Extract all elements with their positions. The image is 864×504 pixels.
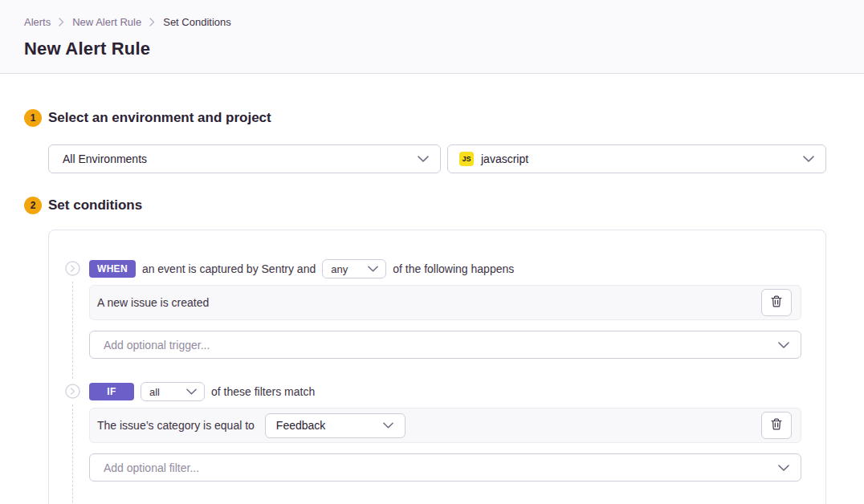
breadcrumb: Alerts New Alert Rule Set Conditions bbox=[24, 16, 840, 28]
chevron-right-icon bbox=[59, 18, 64, 26]
when-handle-column bbox=[65, 259, 89, 382]
breadcrumb-alerts[interactable]: Alerts bbox=[24, 16, 51, 28]
page-title: New Alert Rule bbox=[24, 39, 840, 59]
environment-select-value: All Environments bbox=[63, 152, 147, 165]
when-badge: WHEN bbox=[89, 260, 136, 278]
when-match-value: any bbox=[331, 263, 348, 275]
chevron-down-icon bbox=[186, 388, 197, 395]
circle-chevron-right-icon bbox=[65, 384, 80, 399]
if-match-value: all bbox=[149, 386, 160, 398]
chevron-down-icon bbox=[803, 156, 814, 162]
if-condition-group: IF all of these filters match The issue’… bbox=[65, 382, 801, 504]
delete-filter-button[interactable] bbox=[761, 412, 792, 439]
trigger-row: A new issue is created bbox=[89, 285, 801, 320]
trigger-row-label: A new issue is created bbox=[97, 296, 209, 309]
chevron-right-icon bbox=[149, 18, 155, 26]
step-1-heading: 1 Select an environment and project bbox=[24, 109, 826, 127]
step-2-number-badge: 2 bbox=[24, 197, 42, 214]
if-text-after: of these filters match bbox=[211, 385, 315, 398]
add-trigger-select[interactable]: Add optional trigger... bbox=[89, 331, 801, 359]
connector-dashed-line bbox=[72, 282, 73, 379]
chevron-down-icon bbox=[368, 266, 378, 272]
when-text-before: an event is captured by Sentry and bbox=[142, 262, 316, 275]
if-match-select[interactable]: all bbox=[141, 382, 205, 401]
filter-row-label: The issue’s category is equal to bbox=[97, 419, 255, 432]
chevron-down-icon bbox=[383, 422, 393, 429]
trash-icon bbox=[771, 418, 782, 433]
when-match-select[interactable]: any bbox=[322, 259, 386, 278]
project-select[interactable]: JS javascript bbox=[447, 144, 826, 173]
delete-trigger-button[interactable] bbox=[761, 289, 792, 316]
when-condition-group: WHEN an event is captured by Sentry and … bbox=[65, 259, 801, 382]
step-2-title: Set conditions bbox=[48, 197, 142, 213]
trash-icon bbox=[771, 295, 782, 310]
connector-dashed-line bbox=[72, 404, 73, 504]
breadcrumb-new-alert-rule[interactable]: New Alert Rule bbox=[72, 16, 141, 28]
chevron-down-icon bbox=[418, 156, 429, 162]
if-handle-column bbox=[65, 382, 89, 504]
filter-row: The issue’s category is equal to Feedbac… bbox=[89, 408, 801, 443]
step-2-heading: 2 Set conditions bbox=[24, 197, 826, 214]
environment-project-row: All Environments JS javascript bbox=[48, 144, 826, 173]
environment-select[interactable]: All Environments bbox=[48, 144, 441, 173]
add-filter-placeholder: Add optional filter... bbox=[104, 461, 199, 474]
chevron-down-icon bbox=[778, 342, 789, 348]
step-1-title: Select an environment and project bbox=[48, 110, 271, 126]
add-trigger-placeholder: Add optional trigger... bbox=[104, 339, 210, 352]
circle-chevron-right-icon bbox=[65, 261, 80, 276]
if-badge: IF bbox=[89, 383, 134, 400]
when-text-after: of the following happens bbox=[393, 262, 514, 275]
filter-value: Feedback bbox=[276, 419, 325, 432]
chevron-down-icon bbox=[778, 465, 789, 471]
filter-value-select[interactable]: Feedback bbox=[265, 413, 406, 438]
main-content: 1 Select an environment and project All … bbox=[0, 109, 864, 504]
step-1-number-badge: 1 bbox=[24, 109, 42, 127]
add-filter-select[interactable]: Add optional filter... bbox=[89, 453, 801, 482]
page-header: Alerts New Alert Rule Set Conditions New… bbox=[0, 0, 864, 74]
conditions-card: WHEN an event is captured by Sentry and … bbox=[48, 230, 826, 504]
project-select-value: javascript bbox=[481, 152, 528, 165]
javascript-platform-icon: JS bbox=[459, 152, 474, 166]
when-header: WHEN an event is captured by Sentry and … bbox=[89, 259, 801, 278]
breadcrumb-set-conditions: Set Conditions bbox=[163, 16, 231, 28]
if-header: IF all of these filters match bbox=[89, 382, 801, 401]
